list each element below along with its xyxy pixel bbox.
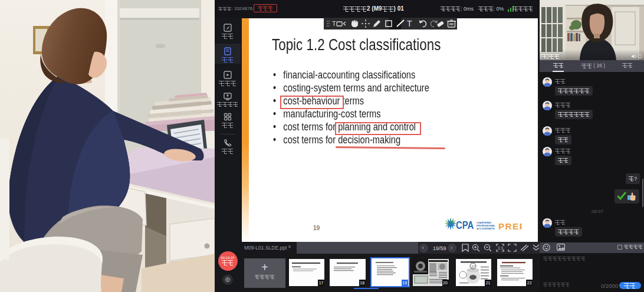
svg-text:PREP: PREP — [498, 221, 522, 231]
svg-text:T: T — [407, 19, 412, 28]
svg-text:ACCOUNTANTS: ACCOUNTANTS — [477, 227, 495, 230]
svg-text:1:1: 1:1 — [498, 246, 504, 250]
svg-text:27: 27 — [471, 264, 475, 268]
svg-text:T: T — [332, 20, 336, 27]
svg-text:CPA: CPA — [456, 219, 474, 231]
